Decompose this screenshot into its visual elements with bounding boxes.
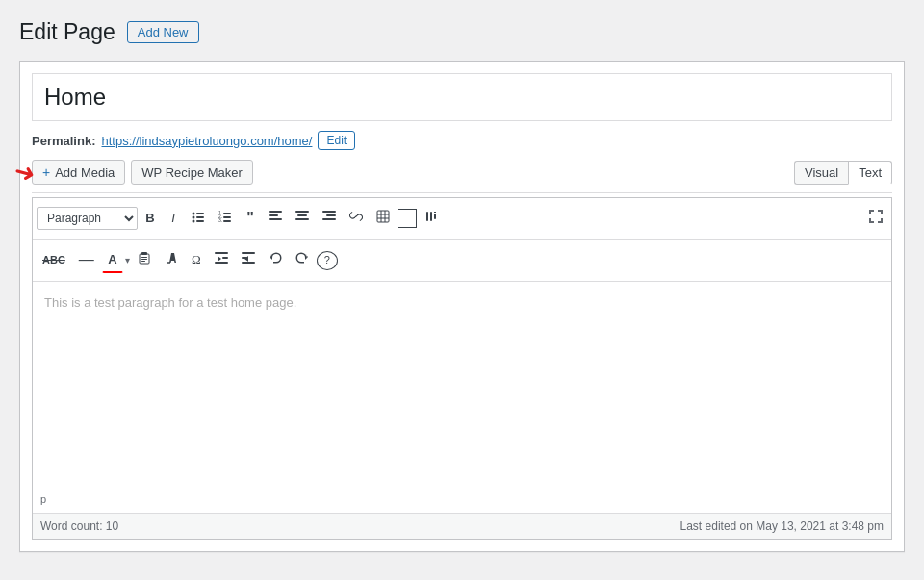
visual-text-tabs: Visual Text: [794, 161, 892, 185]
editor-toolbar-2: ABC — A ▾ Ω: [33, 240, 891, 281]
svg-point-2: [192, 215, 195, 218]
svg-rect-33: [141, 261, 145, 262]
page-title-input[interactable]: [32, 73, 892, 121]
add-new-button[interactable]: Add New: [127, 21, 199, 43]
color-picker-button[interactable]: [398, 209, 417, 228]
page-wrapper: Edit Page Add New ➜ Permalink: https://l…: [19, 19, 905, 552]
svg-rect-14: [269, 218, 282, 220]
svg-rect-1: [196, 213, 204, 214]
permalink-label: Permalink:: [32, 134, 95, 148]
italic-button[interactable]: I: [163, 206, 184, 231]
link-button[interactable]: [344, 206, 369, 232]
help-button[interactable]: ?: [317, 251, 338, 270]
editor-content: This is a test paragraph for a test home…: [44, 293, 880, 314]
svg-rect-32: [141, 259, 147, 260]
toolbar-left: + Add Media WP Recipe Maker: [32, 160, 253, 185]
wp-recipe-button[interactable]: WP Recipe Maker: [131, 160, 253, 185]
svg-rect-39: [242, 257, 247, 259]
add-media-button[interactable]: + Add Media: [32, 160, 125, 185]
visual-tab[interactable]: Visual: [794, 161, 848, 185]
svg-rect-12: [269, 211, 282, 213]
clear-formatting-button[interactable]: [159, 247, 184, 273]
status-bar: Word count: 10 Last edited on May 13, 20…: [33, 513, 891, 539]
svg-rect-38: [242, 252, 255, 254]
align-right-button[interactable]: [317, 206, 342, 231]
align-center-button[interactable]: [290, 206, 315, 231]
svg-rect-17: [295, 218, 309, 220]
svg-text:3.: 3.: [218, 217, 222, 223]
permalink-edit-button[interactable]: Edit: [318, 131, 355, 150]
word-count: Word count: 10: [40, 519, 118, 533]
blockquote-button[interactable]: ": [240, 204, 261, 233]
indent-button[interactable]: [209, 247, 234, 272]
svg-rect-36: [222, 257, 228, 259]
svg-rect-21: [377, 211, 389, 222]
editor-container: ➜ Permalink: https://lindsaypietroluongo…: [19, 61, 905, 552]
svg-point-4: [192, 219, 195, 222]
special-chars-button[interactable]: Ω: [186, 247, 207, 272]
editor-toolbar-1: Paragraph B I 1.2.3. ": [33, 198, 891, 240]
svg-rect-7: [223, 213, 231, 214]
add-media-label: Add Media: [55, 165, 115, 180]
add-media-icon: +: [42, 164, 50, 180]
paste-as-text-button[interactable]: [132, 247, 157, 273]
svg-rect-28: [434, 214, 436, 219]
svg-rect-35: [215, 252, 228, 254]
svg-rect-9: [223, 216, 231, 218]
svg-rect-11: [223, 220, 231, 222]
svg-point-0: [192, 212, 195, 214]
paragraph-format-select[interactable]: Paragraph: [37, 207, 138, 230]
svg-rect-13: [269, 214, 278, 216]
strikethrough-button[interactable]: ABC: [37, 249, 71, 271]
svg-rect-5: [196, 220, 204, 222]
editor-toolbar-row: + Add Media WP Recipe Maker Visual Text: [32, 160, 892, 193]
page-header: Edit Page Add New: [19, 19, 905, 45]
table-button[interactable]: [371, 206, 396, 232]
svg-rect-37: [215, 262, 228, 264]
numbered-list-button[interactable]: 1.2.3.: [213, 206, 238, 232]
svg-rect-26: [426, 212, 428, 221]
word-count-value: 10: [106, 519, 118, 533]
svg-rect-31: [141, 257, 147, 258]
page-title: Edit Page: [19, 19, 116, 45]
kitchen-sink-button[interactable]: [419, 206, 444, 232]
svg-rect-27: [430, 212, 432, 221]
svg-rect-19: [326, 214, 336, 216]
editor-body[interactable]: This is a test paragraph for a test home…: [33, 282, 891, 513]
svg-rect-40: [242, 262, 255, 264]
undo-button[interactable]: [263, 247, 288, 273]
text-color-button[interactable]: A: [102, 247, 123, 273]
permalink-row: ➜ Permalink: https://lindsaypietroluongo…: [32, 131, 892, 150]
expand-button[interactable]: [864, 207, 887, 230]
editor-outer: Paragraph B I 1.2.3. ": [32, 197, 892, 540]
bullet-list-button[interactable]: [186, 206, 211, 232]
svg-rect-20: [322, 218, 336, 220]
svg-rect-16: [297, 214, 307, 216]
svg-rect-18: [322, 211, 336, 213]
last-edited: Last edited on May 13, 2021 at 3:48 pm: [680, 519, 884, 533]
svg-rect-3: [196, 216, 204, 218]
color-arrow: ▾: [125, 255, 130, 265]
redo-button[interactable]: [290, 247, 315, 273]
block-indicator: p: [40, 493, 46, 505]
align-left-button[interactable]: [263, 206, 288, 231]
permalink-url[interactable]: https://lindsaypietroluongo.com/home/: [101, 134, 312, 148]
text-tab[interactable]: Text: [848, 161, 892, 185]
svg-rect-15: [295, 211, 309, 213]
bold-button[interactable]: B: [140, 206, 161, 231]
horizontal-rule-button[interactable]: —: [73, 245, 100, 274]
outdent-button[interactable]: [236, 247, 261, 272]
word-count-label: Word count:: [40, 519, 102, 533]
